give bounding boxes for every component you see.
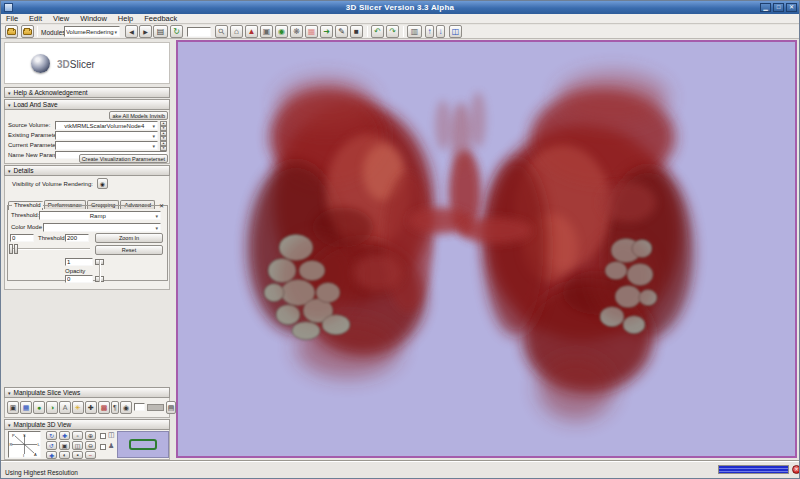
load-scene-button[interactable] (5, 25, 18, 38)
figure-checkbox[interactable] (100, 444, 106, 450)
volumes-module-button[interactable]: ▣ (260, 25, 273, 38)
section-details[interactable]: ▾ Details (4, 165, 170, 176)
view-zoom-out-button[interactable]: ⊖ (85, 441, 96, 450)
view-zoom-in-button[interactable]: ⊕ (85, 431, 96, 440)
stereo-icon: ◫ (75, 442, 81, 449)
view-contrast-button[interactable]: ◐ (59, 451, 70, 459)
menu-file[interactable]: File (6, 14, 18, 23)
slice-crosshair-button[interactable]: ✚ (85, 401, 97, 414)
slice-opacity-field[interactable] (134, 403, 145, 411)
save-snapshot-button[interactable]: ▥ (407, 25, 422, 38)
slice-label-button[interactable]: ¶ (111, 401, 119, 414)
threshold-slider-handle[interactable] (9, 244, 13, 254)
existing-parametersets-dropdown[interactable]: ▾ (55, 131, 158, 140)
module-prev-button[interactable]: ◀ (125, 25, 138, 38)
maximize-button[interactable]: □ (773, 3, 784, 12)
threshold-slider-track[interactable] (10, 248, 90, 250)
layout-button[interactable]: ▤ (153, 25, 168, 38)
menu-edit[interactable]: Edit (29, 14, 42, 23)
3d-viewport[interactable] (176, 40, 797, 458)
snapshot-up-button[interactable]: ↑ (425, 25, 434, 38)
fiducials-module-button[interactable]: ◉ (275, 25, 288, 38)
reset-button[interactable]: Reset (95, 245, 163, 255)
section-load-and-save[interactable]: ▾ Load And Save (4, 99, 170, 110)
view-pick-button[interactable]: ▫ (72, 431, 83, 440)
slice-eye-button[interactable]: ◉ (120, 401, 132, 414)
minimize-button[interactable]: ▁ (760, 3, 771, 12)
source-volume-dropdown[interactable]: vtkMRMLScalarVolumeNode4 ▾ (55, 121, 158, 130)
current-parameterset-spinner[interactable]: ▲▼ (160, 141, 167, 150)
cancel-button[interactable]: ✕ (792, 465, 800, 474)
slice-grid-button[interactable]: ▩ (98, 401, 110, 414)
slice-star-button[interactable]: ✳ (72, 401, 84, 414)
screen-capture-button[interactable]: ◫ (449, 25, 462, 38)
opacity-bottom-input[interactable] (65, 275, 93, 283)
view-dot-button[interactable]: ▪ (72, 451, 83, 459)
slice-opacity-slider[interactable] (147, 404, 164, 411)
threshold-type-dropdown[interactable]: Ramp ▾ (39, 211, 161, 220)
refresh-button[interactable]: ↻ (170, 25, 183, 38)
view-photo-button[interactable]: ▣ (59, 441, 70, 450)
menu-help[interactable]: Help (118, 14, 133, 23)
menu-view[interactable]: View (53, 14, 69, 23)
close-group-button[interactable]: ✕ (159, 202, 164, 209)
save-scene-button[interactable] (21, 25, 34, 38)
opacity-top-input[interactable] (65, 258, 93, 266)
orientation-compass[interactable]: S I R L P A (8, 431, 41, 458)
current-parameterset-dropdown[interactable]: ▾ (55, 141, 158, 150)
menu-feedback[interactable]: Feedback (144, 14, 177, 23)
annotate-module-button[interactable]: ✎ (335, 25, 348, 38)
green-sphere-icon: ◉ (278, 28, 285, 36)
slice-annotation-button[interactable]: A (59, 401, 71, 414)
view-stereo-button[interactable]: ◫ (72, 441, 83, 450)
slice-half-button[interactable]: ◑ (46, 401, 58, 414)
view-pan-button[interactable]: ✚ (59, 431, 70, 440)
colors-module-button[interactable]: ▦ (305, 25, 318, 38)
preview-focus-rect (129, 439, 157, 450)
window-titlebar[interactable]: 3D Slicer Version 3.3 Alpha ▁ □ ✕ (1, 1, 799, 14)
slice-visibility-button[interactable]: ● (33, 401, 45, 414)
threshold-max-input[interactable] (65, 234, 89, 242)
make-all-models-invisible-button[interactable]: ake All Models Invisib (109, 111, 168, 120)
navigation-preview[interactable] (117, 431, 169, 458)
green-circle-icon: ● (37, 404, 41, 411)
opacity-slider-track[interactable] (99, 260, 101, 282)
view-rotate-button[interactable]: ↻ (46, 431, 57, 440)
threshold-min-input[interactable] (10, 234, 34, 242)
editor-module-button[interactable]: ❋ (290, 25, 303, 38)
undo-button[interactable]: ↶ (371, 25, 384, 38)
view-ruler-button[interactable]: − (85, 451, 96, 459)
slice-photo-button[interactable]: ▣ (7, 401, 19, 414)
view-spin-button[interactable]: ↺ (46, 441, 57, 450)
view-move-button[interactable]: ✚ (46, 451, 57, 459)
threshold-slider-handle[interactable] (14, 244, 18, 254)
menu-window[interactable]: Window (80, 14, 107, 23)
collapse-arrow-icon: ▾ (8, 102, 11, 108)
visibility-toggle-button[interactable]: ◉ (97, 178, 108, 189)
slice-views-panel: ▣ ▦ ● ◑ A ✳ ✚ ▩ ¶ ◉ ▤ (4, 398, 170, 418)
source-volume-spinner[interactable]: ▲▼ (160, 121, 167, 130)
redo-button[interactable]: ↷ (386, 25, 399, 38)
module-search-input[interactable] (187, 27, 211, 37)
slice-layers-button[interactable]: ▦ (20, 401, 32, 414)
create-visualization-parameterset-button[interactable]: Create Visualization Parameterset (79, 154, 168, 163)
section-manipulate-slice-views[interactable]: ▾ Manipulate Slice Views (4, 387, 170, 398)
color-mode-dropdown[interactable]: ▾ (43, 223, 161, 232)
zoom-in-button[interactable]: Zoom In (95, 233, 163, 243)
search-module-button[interactable]: ⚲ (215, 25, 228, 38)
section-manipulate-3d-view[interactable]: ▾ Manipulate 3D View (4, 419, 170, 430)
close-button[interactable]: ✕ (786, 3, 797, 12)
existing-parametersets-spinner[interactable]: ▲▼ (160, 131, 167, 140)
module-next-button[interactable]: ▶ (139, 25, 152, 38)
red-wash (588, 232, 658, 322)
models-module-button[interactable]: ▲ (245, 25, 258, 38)
snapshot-down-button[interactable]: ↓ (436, 25, 445, 38)
slice-config-button[interactable]: ▤ (166, 401, 176, 414)
section-help-acknowledgement[interactable]: ▾ Help & Acknowledgement (4, 87, 170, 98)
measure-module-button[interactable]: ■ (350, 25, 363, 38)
stereo-checkbox[interactable] (100, 433, 106, 439)
modules-dropdown[interactable]: VolumeRendering ▾ (64, 26, 120, 37)
transforms-module-button[interactable]: ➜ (320, 25, 333, 38)
close-icon: ✕ (159, 203, 164, 209)
home-module-button[interactable]: ⌂ (230, 25, 243, 38)
